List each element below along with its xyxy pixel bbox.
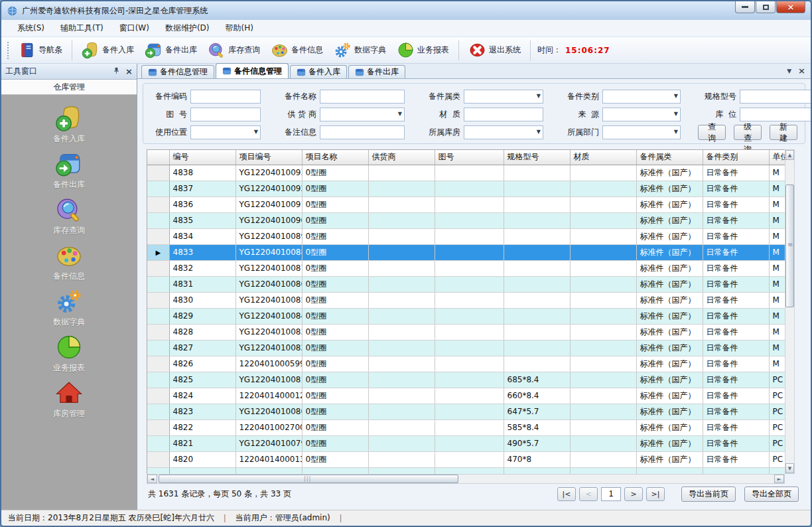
table-cell[interactable]: [570, 292, 636, 308]
table-cell[interactable]: [435, 404, 504, 419]
table-cell[interactable]: PC: [769, 404, 785, 419]
table-cell[interactable]: M: [769, 292, 785, 308]
table-cell[interactable]: [504, 212, 570, 228]
table-cell[interactable]: 4837: [169, 181, 236, 196]
table-cell[interactable]: [570, 372, 636, 388]
toolbar-button-备件信息[interactable]: 备件信息: [265, 38, 328, 62]
sidebar-item-备件出库[interactable]: 备件出库: [1, 150, 137, 196]
export-current-page-button[interactable]: 导出当前页: [681, 487, 736, 502]
sidebar-item-库存查询[interactable]: 库存查询: [1, 196, 137, 242]
table-cell[interactable]: [435, 308, 504, 324]
table-cell[interactable]: M: [769, 308, 785, 324]
table-cell[interactable]: 日常备件: [703, 324, 769, 340]
table-cell[interactable]: 0型圈: [302, 340, 368, 356]
table-row[interactable]: 4828YG122040100830型圈标准件（国产）日常备件M: [147, 324, 785, 340]
table-cell[interactable]: 标准件（国产）: [636, 292, 703, 308]
table-cell[interactable]: M: [769, 356, 785, 372]
table-cell[interactable]: [435, 372, 504, 388]
table-cell[interactable]: [570, 356, 636, 372]
table-row[interactable]: 482412204014000120型圈660*8.4标准件（国产）日常备件PC: [147, 388, 785, 404]
table-cell[interactable]: 0型圈: [302, 324, 368, 340]
table-cell[interactable]: YG12204010090: [236, 212, 302, 228]
table-cell[interactable]: [368, 212, 435, 228]
table-row[interactable]: 4836YG122040100910型圈标准件（国产）日常备件M: [147, 196, 785, 212]
tab-0-备件信息管理[interactable]: 备件信息管理: [141, 65, 214, 78]
table-cell[interactable]: YG12204010091: [236, 196, 302, 212]
table-cell[interactable]: M: [769, 244, 785, 260]
table-cell[interactable]: 0型圈: [302, 244, 368, 260]
table-cell[interactable]: [570, 212, 636, 228]
table-cell[interactable]: [368, 260, 435, 276]
location-select[interactable]: ▼: [740, 108, 812, 121]
advanced-query-button[interactable]: 高级查询: [734, 125, 762, 140]
table-row[interactable]: 482012204014000130型圈470*8标准件（国产）日常备件PC: [147, 451, 785, 467]
table-cell[interactable]: 日常备件: [703, 356, 769, 372]
close-button[interactable]: ×: [776, 1, 805, 13]
table-cell[interactable]: 标准件（国产）: [636, 228, 703, 244]
table-cell[interactable]: [570, 435, 636, 451]
table-cell[interactable]: M: [769, 340, 785, 356]
table-cell[interactable]: [570, 324, 636, 340]
table-row[interactable]: 4821YG122040100790型圈490*5.7标准件（国产）日常备件PC: [147, 435, 785, 451]
table-cell[interactable]: [570, 228, 636, 244]
table-cell[interactable]: [504, 308, 570, 324]
menu-item-4[interactable]: 帮助(H): [218, 20, 261, 37]
table-cell[interactable]: 标准件（国产）: [636, 181, 703, 196]
table-cell[interactable]: 685*8.4: [504, 372, 570, 388]
source-select[interactable]: ▼: [602, 108, 681, 121]
table-cell[interactable]: [368, 228, 435, 244]
table-cell[interactable]: 585*8.4: [504, 419, 570, 435]
table-cell[interactable]: [368, 388, 435, 404]
table-cell[interactable]: 日常备件: [703, 388, 769, 404]
table-cell[interactable]: [435, 260, 504, 276]
tab-2-备件入库[interactable]: 备件入库: [290, 65, 347, 78]
toolbar-button-退出系统[interactable]: 退出系统: [463, 38, 526, 62]
table-cell[interactable]: 日常备件: [703, 276, 769, 292]
table-cell[interactable]: 日常备件: [703, 292, 769, 308]
department-select[interactable]: ▼: [602, 125, 681, 139]
table-cell[interactable]: [570, 244, 636, 260]
table-row[interactable]: 4838YG122040100930型圈标准件（国产）日常备件M: [147, 165, 785, 181]
table-cell[interactable]: [368, 196, 435, 212]
table-cell[interactable]: 标准件（国产）: [636, 308, 703, 324]
vertical-scroll-thumb[interactable]: [785, 185, 794, 307]
table-cell[interactable]: 490*5.7: [504, 435, 570, 451]
table-cell[interactable]: 标准件（国产）: [636, 340, 703, 356]
table-cell[interactable]: 4829: [169, 308, 236, 324]
table-cell[interactable]: 日常备件: [703, 196, 769, 212]
table-cell[interactable]: [504, 228, 570, 244]
table-cell[interactable]: YG12204010093: [236, 165, 302, 181]
sidebar-item-数据字典[interactable]: 数据字典: [1, 287, 137, 333]
table-cell[interactable]: YG12204010084: [236, 308, 302, 324]
table-cell[interactable]: 日常备件: [703, 372, 769, 388]
maximize-button[interactable]: [756, 1, 776, 13]
table-cell[interactable]: M: [769, 181, 785, 196]
row-selector[interactable]: [147, 196, 169, 212]
table-cell[interactable]: [368, 165, 435, 181]
toolbar-button-业务报表[interactable]: 业务报表: [391, 38, 454, 62]
table-cell[interactable]: [435, 292, 504, 308]
row-selector[interactable]: [147, 212, 169, 228]
table-cell[interactable]: [435, 388, 504, 404]
menu-item-0[interactable]: 系统(S): [9, 20, 52, 37]
table-row[interactable]: 4825YG122040100810型圈685*8.4标准件（国产）日常备件PC: [147, 372, 785, 388]
table-row[interactable]: ▶4833YG122040100880型圈标准件（国产）日常备件M: [147, 244, 785, 260]
scroll-left-icon[interactable]: ◄: [147, 475, 157, 483]
table-cell[interactable]: 日常备件: [703, 244, 769, 260]
table-cell[interactable]: 647*5.7: [504, 404, 570, 419]
table-cell[interactable]: 标准件（国产）: [636, 324, 703, 340]
table-cell[interactable]: 4823: [169, 404, 236, 419]
table-cell[interactable]: 4838: [169, 165, 236, 181]
table-cell[interactable]: 标准件（国产）: [636, 244, 703, 260]
table-cell[interactable]: [570, 404, 636, 419]
table-cell[interactable]: [368, 404, 435, 419]
table-cell[interactable]: 4831: [169, 276, 236, 292]
table-cell[interactable]: [570, 419, 636, 435]
table-cell[interactable]: 0型圈: [302, 276, 368, 292]
table-cell[interactable]: [504, 244, 570, 260]
table-cell[interactable]: [504, 196, 570, 212]
table-cell[interactable]: [435, 435, 504, 451]
column-header-备件属类[interactable]: 备件属类: [636, 150, 703, 165]
table-cell[interactable]: 日常备件: [703, 165, 769, 181]
table-cell[interactable]: 标准件（国产）: [636, 212, 703, 228]
